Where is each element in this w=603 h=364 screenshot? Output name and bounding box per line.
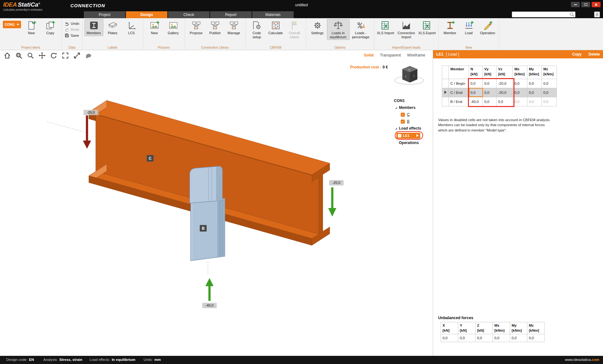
connection-import-button[interactable]: Connection Import [395, 19, 418, 40]
redo-icon [65, 27, 69, 32]
cell-vz[interactable]: -20,0 [497, 88, 513, 97]
calculate-button[interactable]: Calculate [266, 19, 285, 36]
logo-idea: IDEA [3, 1, 17, 8]
col-mz: Mz[kNm] [542, 66, 557, 79]
tree-load-effects-header[interactable]: ◢ Load effects [389, 125, 432, 132]
fit-view-icon[interactable] [62, 52, 69, 59]
new-project-item-button[interactable]: New [22, 19, 41, 36]
close-button[interactable] [592, 2, 600, 7]
tab-design[interactable]: Design [126, 11, 167, 18]
checkbox-checked-icon[interactable]: ✓ [401, 113, 405, 117]
settings-button[interactable]: Settings [308, 19, 327, 36]
home-icon[interactable] [4, 52, 11, 59]
lcs-button[interactable]: LCS [122, 19, 141, 36]
viewport-3d[interactable]: Solid Transparent Wireframe Production c… [0, 50, 433, 356]
workspace: Solid Transparent Wireframe Production c… [0, 50, 603, 356]
zoom-icon[interactable] [27, 52, 34, 59]
table-header-row: Member N[kN] Vy[kN] Vz[kN] Mx[kNm] My[kN… [442, 66, 557, 79]
ribbon: CON1 New Copy Project items Undo [0, 18, 603, 50]
cell-n[interactable]: 0,0 [469, 88, 483, 97]
clipping-icon[interactable] [85, 52, 92, 59]
delete-load-button[interactable]: Delete [589, 52, 600, 56]
maximize-button[interactable] [581, 2, 590, 7]
rotate-icon[interactable] [50, 52, 57, 59]
gallery-button[interactable]: Gallery [164, 19, 183, 36]
ribbon-group-options: Settings Loads in equilibrium Loads - pe… [306, 18, 374, 50]
search-input[interactable] [512, 13, 569, 16]
3d-scene[interactable]: -20,0 -20,0 -40,0 C B [0, 50, 433, 356]
row-selector[interactable] [442, 97, 449, 106]
tree-operations-header[interactable]: Operations [389, 139, 432, 146]
mode-solid[interactable]: Solid [364, 53, 374, 57]
cell-vy[interactable]: 0,0 [483, 97, 497, 106]
row-selector-active[interactable] [442, 88, 449, 97]
copy-project-item-button[interactable]: Copy [41, 19, 60, 36]
cell-mz: 0,0 [527, 334, 545, 342]
cell-my: 0,0 [510, 334, 527, 342]
new-operation-button[interactable]: Operation [478, 19, 497, 36]
row-selector[interactable] [442, 79, 449, 88]
tab-check[interactable]: Check [168, 11, 209, 18]
ribbon-group-project-items: CON1 New Copy Project items [0, 18, 62, 50]
fullscreen-icon[interactable] [73, 52, 80, 59]
tree-root-con1[interactable]: CON1 [389, 97, 432, 104]
plate-labels-button[interactable]: Plates [103, 19, 122, 36]
zoom-window-icon[interactable] [15, 52, 22, 59]
cell-n[interactable]: -40,0 [469, 97, 483, 106]
cell-n[interactable]: 0,0 [469, 79, 483, 88]
checkbox-checked-icon[interactable]: ✓ [401, 120, 405, 124]
new-picture-button[interactable]: New [145, 19, 164, 36]
member-labels-button[interactable]: Members [84, 19, 103, 36]
mode-wireframe[interactable]: Wireframe [407, 53, 425, 57]
new-member-button[interactable]: Member [441, 19, 459, 36]
copy-load-button[interactable]: Copy [572, 52, 582, 56]
cell-mx[interactable]: 0,0 [513, 79, 527, 88]
website-link[interactable]: www.ideastatica.com [565, 358, 599, 361]
loads-percentage-button[interactable]: Loads - percentage [350, 19, 372, 40]
publish-button[interactable]: Publish [206, 19, 225, 36]
window-controls [571, 2, 600, 7]
production-cost-separator: - [380, 65, 381, 69]
save-button[interactable]: Save [64, 33, 80, 38]
cell-vz[interactable]: 0,0 [497, 97, 513, 106]
pan-icon[interactable] [39, 52, 46, 59]
manage-button[interactable]: Manage [225, 19, 243, 36]
cell-mx[interactable]: 0,0 [513, 88, 527, 97]
code-setup-button[interactable]: Code setup [247, 19, 266, 40]
checkbox-checked-icon[interactable]: ✓ [398, 134, 401, 137]
minimize-button[interactable] [571, 2, 580, 7]
table-row-b-end: B / End -40,0 0,0 0,0 0,0 0,0 0,0 [442, 97, 557, 106]
loads-in-equilibrium-button[interactable]: Loads in equilibrium [327, 19, 350, 40]
tree-member-b[interactable]: ✓ B [389, 118, 432, 125]
unbalanced-forces-table: X[kN] Y[kN] Z[kN] Mx[kNm] My[kNm] Mz[kNm… [441, 322, 545, 342]
cell-my[interactable]: 0,0 [527, 88, 542, 97]
cell-vz[interactable]: -20,0 [497, 79, 513, 88]
cell-vy[interactable]: 0,0 [483, 79, 497, 88]
tab-report[interactable]: Report [210, 11, 252, 18]
xls-import-button[interactable]: XLS Import [376, 19, 395, 36]
tab-project[interactable]: Project [84, 11, 125, 18]
propose-button[interactable]: Propose [187, 19, 206, 36]
navigation-cube[interactable]: y z x [395, 66, 424, 84]
redo-button[interactable]: Redo [64, 27, 80, 32]
tab-materials[interactable]: Materials [252, 11, 294, 18]
tree-load-effect-le1[interactable]: ✓ LE1 [396, 133, 420, 139]
column-member-b[interactable] [190, 166, 225, 261]
con1-dropdown-button[interactable]: CON1 [3, 21, 21, 28]
new-load-button[interactable]: Load [459, 19, 478, 36]
xls-export-button[interactable]: XLS Export [418, 19, 437, 36]
search-icon[interactable] [569, 12, 574, 17]
tree-members-header[interactable]: ◢ Members [389, 104, 432, 111]
tree-member-c[interactable]: ✓ C [389, 111, 432, 118]
cell-member: C / End [449, 88, 469, 97]
overall-check-button[interactable]: Overall check [285, 19, 304, 40]
info-button[interactable]: i [594, 12, 600, 17]
cell-mz[interactable]: 0,0 [542, 88, 557, 97]
cell-vy[interactable]: 0,0 [483, 88, 497, 97]
undo-button[interactable]: Undo [64, 21, 80, 26]
production-cost-label: Production cost [350, 65, 379, 69]
nav-cube-axis-x: x [413, 74, 415, 77]
cell-mz[interactable]: 0,0 [542, 79, 557, 88]
mode-transparent[interactable]: Transparent [380, 53, 401, 57]
cell-my[interactable]: 0,0 [527, 79, 542, 88]
